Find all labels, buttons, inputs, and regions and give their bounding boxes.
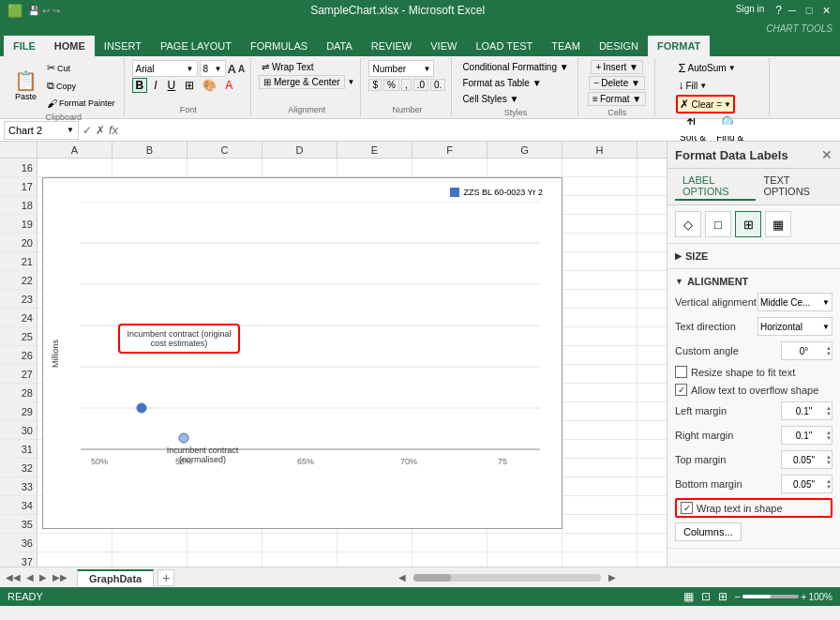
tab-label-options[interactable]: LABEL OPTIONS [675,173,756,201]
cell[interactable] [562,534,638,552]
row-num-16[interactable]: 16 [0,159,37,177]
col-header-e[interactable]: E [338,142,412,158]
spin-down-btn[interactable]: ▼ [826,435,832,441]
view-layout-btn[interactable]: ⊡ [701,590,711,603]
fx-icon[interactable]: fx [109,123,118,137]
italic-button[interactable]: I [150,78,160,93]
help-icon[interactable]: ? [775,4,782,17]
cell[interactable] [638,159,667,177]
cell[interactable] [562,515,638,534]
cell[interactable] [562,290,638,309]
custom-angle-input[interactable]: 0° ▲ ▼ [781,341,832,360]
cell[interactable] [638,196,667,215]
cell[interactable] [562,177,638,196]
cell[interactable] [262,552,338,567]
cell[interactable] [562,402,638,421]
conditional-formatting-btn[interactable]: Conditional Formatting ▼ [459,60,571,74]
col-header-c[interactable]: C [188,142,262,158]
row-num-24[interactable]: 24 [0,309,37,327]
alignment-section-header[interactable]: ▼ ALIGNMENT [675,273,832,290]
tab-load-test[interactable]: LOAD TEST [466,36,542,56]
tab-review[interactable]: REVIEW [362,36,421,56]
row-num-18[interactable]: 18 [0,196,37,215]
minimize-btn[interactable]: ─ [786,4,799,17]
tab-view[interactable]: VIEW [421,36,466,56]
row-num-35[interactable]: 35 [0,515,37,534]
bold-button[interactable]: B [132,78,148,93]
next-sheet-btn[interactable]: ▶ [38,572,49,582]
data-label-2[interactable]: Incumbent contract(normalised) [156,446,249,464]
increase-decimal-btn[interactable]: .0 [413,79,428,91]
col-header-f[interactable]: F [412,142,488,158]
increase-font-btn[interactable]: A [228,62,236,76]
cell[interactable] [638,290,667,309]
cell[interactable] [562,477,638,496]
cell[interactable] [638,496,667,515]
tab-data[interactable]: DATA [317,36,362,56]
cell[interactable] [562,215,638,234]
cell[interactable] [488,552,562,567]
cell[interactable] [638,327,667,346]
tab-insert[interactable]: INSERT [95,36,151,56]
row-num-30[interactable]: 30 [0,421,37,440]
cell[interactable] [638,534,667,552]
top-margin-input[interactable]: 0.05" ▲ ▼ [781,450,832,469]
wrap-text-checkbox[interactable]: ✓ [681,502,693,514]
underline-button[interactable]: U [164,78,180,93]
cell[interactable] [562,252,638,271]
cell[interactable] [638,459,667,477]
cell[interactable] [638,252,667,271]
formula-input[interactable] [122,125,836,136]
font-name-dropdown[interactable]: Arial ▼ [132,60,198,77]
fill-color-btn[interactable]: 🎨 [200,78,219,93]
cell[interactable] [638,384,667,402]
merge-dropdown-btn[interactable]: ▼ [348,78,355,86]
tab-team[interactable]: TEAM [542,36,590,56]
fill-btn[interactable]: ↓ Fill ▼ [676,78,709,93]
cell[interactable] [638,271,667,290]
cell[interactable] [638,215,667,234]
format-cells-btn[interactable]: ≡ Format ▼ [588,92,646,106]
cell[interactable] [562,309,638,327]
cell[interactable] [112,534,188,552]
cell[interactable] [562,346,638,365]
cell[interactable] [562,552,638,567]
row-num-25[interactable]: 25 [0,327,37,346]
cell[interactable] [638,477,667,496]
clear-btn[interactable]: ✗ Clear = ▼ [676,95,734,113]
cell[interactable] [638,552,667,567]
cell[interactable] [488,534,562,552]
tab-formulas[interactable]: FORMULAS [241,36,317,56]
cell[interactable] [38,534,112,552]
format-as-table-btn[interactable]: Format as Table ▼ [459,76,571,90]
row-num-36[interactable]: 36 [0,534,37,552]
scroll-left-btn[interactable]: ◀ [398,572,406,582]
cell[interactable] [638,177,667,196]
add-sheet-btn[interactable]: + [158,569,174,586]
row-num-27[interactable]: 27 [0,365,37,384]
cell[interactable] [562,459,638,477]
tab-format[interactable]: FORMAT [648,36,710,56]
row-num-31[interactable]: 31 [0,440,37,459]
cell[interactable] [638,309,667,327]
cell[interactable] [488,159,562,177]
grid-area[interactable]: ZZS BL 60-0023 Yr 2 Millions [38,159,667,567]
row-num-34[interactable]: 34 [0,496,37,515]
formula-accept-icon[interactable]: ✓ [82,124,92,137]
border-btn[interactable]: ⊞ [182,78,197,93]
cell[interactable] [562,421,638,440]
cell[interactable] [638,346,667,365]
view-pagebreak-btn[interactable]: ⊞ [718,590,728,603]
cell[interactable] [188,534,262,552]
row-num-21[interactable]: 21 [0,252,37,271]
cell[interactable] [338,534,412,552]
cell[interactable] [338,552,412,567]
cell[interactable] [38,159,112,177]
paste-button[interactable]: 📋 Paste [9,67,42,104]
cut-button[interactable]: ✂ Cut [44,60,118,76]
formula-cancel-icon[interactable]: ✗ [96,124,105,137]
prev-sheet-btn2[interactable]: ◀ [24,572,36,582]
cell[interactable] [188,552,262,567]
cell[interactable] [262,534,338,552]
cell[interactable] [412,159,488,177]
